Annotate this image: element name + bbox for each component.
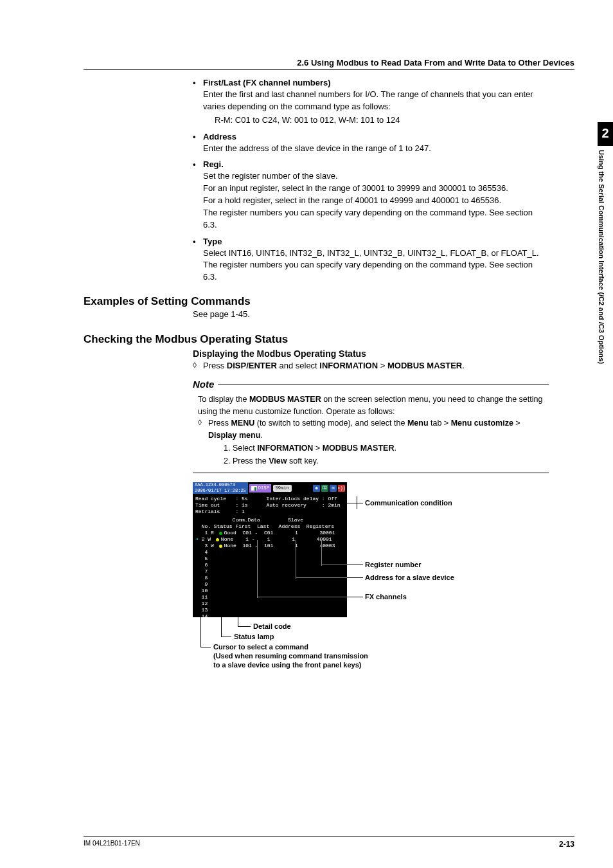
status-dot-green (219, 532, 222, 535)
leader-line (221, 637, 231, 637)
status-dot-yellow (216, 538, 219, 541)
text: Time out : 1s Auto recovery : 2min (195, 502, 344, 509)
text: Enter the first and last channel numbers… (203, 89, 533, 111)
bullet-body: Enter the first and last channel numbers… (203, 89, 549, 127)
text: AAA-1234-000573 (195, 482, 246, 488)
rule (218, 384, 549, 384)
bullet-address: Address Enter the address of the slave d… (193, 132, 549, 155)
text: 4 5 6 7 8 9 10 11 12 13 14 15 16 (195, 549, 344, 633)
callout-status-lamp: Status lamp (234, 633, 274, 640)
bullet-body: Set the register number of the slave. Fo… (203, 170, 549, 231)
leader-line (200, 647, 211, 647)
list-item: 2. Press the View soft key. (224, 455, 549, 467)
text: To display the (198, 395, 249, 404)
leader-line (347, 597, 363, 597)
text: . (394, 444, 396, 453)
text: and select (277, 361, 320, 370)
text: R-M: C01 to C24, W: 001 to 012, W-M: 101… (203, 114, 549, 127)
menu-customize: Menu customize (451, 419, 513, 428)
table-row: 1 R Good C01 - C01 1 30001 (195, 530, 344, 536)
scr-icon-row: ◉ ⚿ ✉ •)) (313, 485, 347, 492)
table-row: ➔ 2 W None 1 - 1 1 40001 (195, 536, 344, 543)
tab-menu: Menu (407, 419, 429, 428)
timer-chip: 59min (273, 485, 292, 492)
bullet-body: Enter the address of the slave device in… (203, 143, 549, 155)
text: No. Status First Last Address Registers (195, 523, 344, 530)
leader-line (347, 565, 363, 565)
text: > (513, 419, 520, 428)
footer: IM 04L21B01-17EN 2-13 (84, 836, 574, 849)
leader-line (200, 617, 201, 647)
text: . (462, 361, 465, 370)
leader-line (296, 577, 347, 578)
text: Press (203, 361, 227, 370)
disp-chip: DISP (249, 484, 271, 493)
bullet-title: Type (203, 237, 222, 246)
heading-examples: Examples of Setting Commands (84, 295, 574, 308)
bullet-regi: Regi. Set the register number of the sla… (193, 159, 549, 231)
running-header: 2.6 Using Modbus to Read Data From and W… (84, 58, 574, 70)
callout-register-number: Register number (365, 561, 421, 568)
text-bold: MODBUS MASTER (323, 444, 395, 453)
callout-cursor-1: Cursor to select a command (213, 643, 308, 651)
callout-comm-cond: Communication condition (365, 499, 452, 507)
text: soft key. (287, 457, 318, 466)
text: Retrials : 1 (195, 509, 344, 515)
callout-cursor-2: (Used when resuming command transmission (213, 652, 368, 660)
num-list: 1. Select INFORMATION > MODBUS MASTER. 2… (224, 442, 549, 468)
bullet-list: First/Last (FX channel numbers) Enter th… (193, 78, 549, 284)
scr-tag: AAA-1234-000573 2006/01/17 17:28:25 (193, 482, 248, 494)
scr-header: AAA-1234-000573 2006/01/17 17:28:25 DISP… (193, 482, 347, 494)
leader-line (357, 503, 363, 503)
note-header: Note (193, 379, 549, 390)
list-item: 1. Select INFORMATION > MODBUS MASTER. (224, 442, 549, 455)
leader-line (321, 565, 347, 565)
mail-icon: ✉ (330, 485, 337, 492)
menu-information: INFORMATION (319, 361, 378, 370)
note-block: Note To display the MODBUS MASTER on the… (193, 379, 549, 473)
leader-line (221, 617, 222, 637)
leader-line (257, 540, 258, 598)
text: Press (208, 419, 231, 428)
leader-line (238, 617, 238, 626)
leader-line (321, 540, 322, 566)
heading-checking: Checking the Modbus Operating Status (84, 333, 574, 346)
text: . (260, 431, 262, 440)
leader-line (257, 597, 347, 597)
doc-id: IM 04L21B01-17EN (84, 840, 140, 849)
step-line: Press DISP/ENTER and select INFORMATION … (193, 360, 574, 372)
display-menu: Display menu (208, 431, 260, 440)
key-disp-enter: DISP/ENTER (227, 361, 277, 370)
chapter-number: 2 (598, 122, 613, 146)
text: Read cycle : 5s Inter-block delay : Off (195, 496, 344, 502)
note-step: Press MENU (to switch to setting mode), … (198, 417, 549, 440)
text: 2. Press the (224, 457, 269, 466)
bullet-title: Address (203, 132, 236, 141)
text: > (313, 444, 322, 453)
rule (193, 473, 549, 473)
cursor-arrow-icon: ➔ (195, 536, 199, 542)
leader-line (238, 626, 251, 627)
text-bold: INFORMATION (257, 444, 313, 453)
leader-line (347, 503, 357, 503)
text: For an input register, select in the ran… (203, 183, 549, 195)
note-label: Note (193, 379, 214, 390)
bullet-firstlast: First/Last (FX channel numbers) Enter th… (193, 78, 549, 127)
figure: AAA-1234-000573 2006/01/17 17:28:25 DISP… (193, 482, 553, 675)
text-bold: MODBUS MASTER (249, 395, 321, 404)
page: 2.6 Using Modbus to Read Data From and W… (0, 0, 613, 868)
signal-icon: •)) (338, 485, 345, 492)
text: (to switch to setting mode), and select … (254, 419, 407, 428)
text: > (378, 361, 387, 370)
see-page: See page 1-45. (193, 309, 574, 319)
text: 2006/01/17 17:28:25 (195, 488, 246, 494)
bullet-type: Type Select INT16, UINT16, INT32_B, INT3… (193, 237, 549, 284)
callout-slave-address: Address for a slave device (365, 574, 454, 581)
side-tab: 2 Using the Serial Communication Interfa… (598, 122, 613, 534)
bullet-title: First/Last (FX channel numbers) (203, 78, 331, 87)
note-body: To display the MODBUS MASTER on the scre… (198, 393, 549, 467)
callout-detail-code: Detail code (253, 622, 291, 630)
callout-cursor-3: to a slave device using the front panel … (213, 661, 361, 669)
table-row: 3 W None 101 - 101 1 40003 (195, 543, 344, 549)
text: tab > (429, 419, 451, 428)
